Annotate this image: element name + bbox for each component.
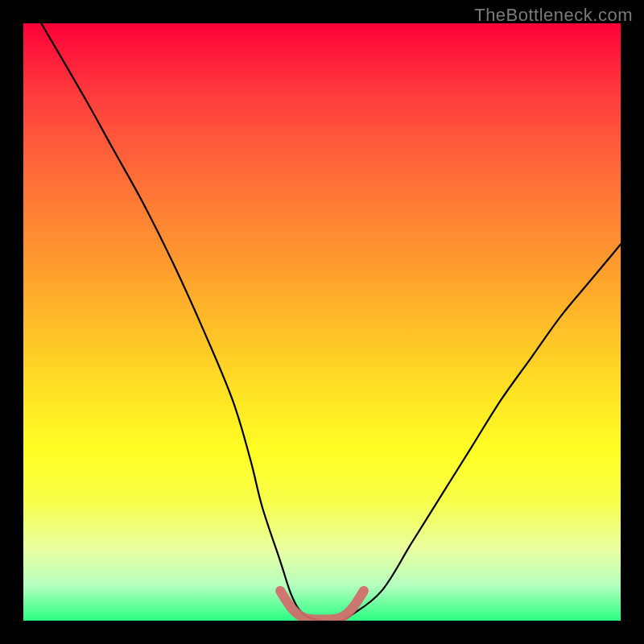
chart-frame: TheBottleneck.com [0, 0, 644, 644]
bottleneck-curve [41, 23, 621, 621]
highlight-band [280, 591, 364, 620]
plot-area [23, 23, 621, 621]
watermark-text: TheBottleneck.com [474, 5, 633, 26]
curve-layer [23, 23, 621, 621]
